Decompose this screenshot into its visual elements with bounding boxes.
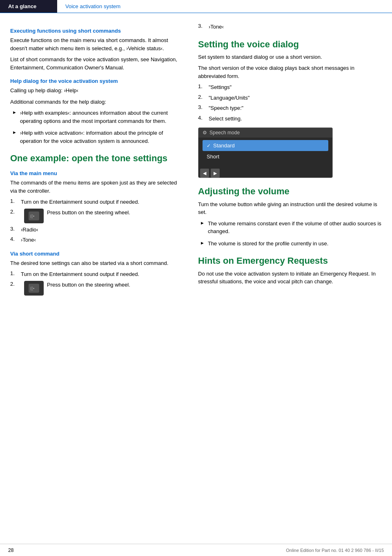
via-short-command-section: Via short command The desired tone setti…	[10, 251, 178, 296]
voice-dialog-step4: 4. Select setting.	[198, 115, 382, 123]
speech-mode-short-text: Short	[207, 153, 219, 160]
short-cmd-step1: 1. Turn on the Entertainment sound outpu…	[10, 270, 178, 278]
speech-mode-dialog: ⚙ Speech mode Standard Short ◀ ▶	[198, 127, 333, 178]
page-footer: 28 Online Edition for Part no. 01 40 2 9…	[0, 544, 392, 556]
main-menu-step1-text: Turn on the Entertainment sound output i…	[21, 198, 139, 206]
help-dialog-calling: Calling up help dialog: ›Help‹	[10, 87, 178, 95]
voice-dialog-step3-text: "Speech type:"	[209, 104, 243, 112]
section-setting-voice-dialog: Setting the voice dialog Set system to s…	[198, 39, 382, 178]
footer-copyright: Online Edition for Part no. 01 40 2 960 …	[286, 548, 384, 553]
help-dialog-title: Help dialog for the voice activation sys…	[10, 78, 178, 84]
right-step3: 3. ›Tone‹	[198, 23, 382, 31]
section-executing-functions: Executing functions using short commands…	[10, 28, 178, 71]
short-cmd-step2-text: Press button on the steering wheel.	[47, 281, 130, 289]
speech-mode-title-text: Speech mode	[209, 130, 240, 136]
voice-dialog-step1-text: "Settings"	[209, 83, 232, 91]
right-column: 3. ›Tone‹ Setting the voice dialog Set s…	[188, 21, 392, 298]
steering-wheel-button-icon-2: ((•	[24, 281, 44, 296]
via-short-command-title: Via short command	[10, 251, 178, 257]
speech-mode-title-bar: ⚙ Speech mode	[198, 128, 332, 138]
header-tab-left: At a glance	[0, 0, 57, 13]
header-right-label: Voice activation system	[65, 3, 120, 9]
main-menu-step2-num: 2.	[10, 209, 21, 215]
help-bullet-2: ► ›Help with voice activation‹: informat…	[10, 129, 178, 145]
example-tone-title: One example: open the tone settings	[10, 153, 178, 164]
page-number: 28	[8, 547, 13, 553]
main-menu-step3: 3. ›Radio‹	[10, 226, 178, 234]
steering-wheel-button-icon: ((•	[24, 209, 44, 223]
speech-mode-options: Standard Short	[198, 138, 332, 166]
main-menu-step2-content: ((• Press button on the steering wheel.	[24, 209, 130, 223]
main-menu-step2: 2. ((• Press button on the steering whee…	[10, 209, 178, 223]
short-cmd-step2-num: 2.	[10, 281, 21, 287]
speech-mode-nav: ◀ ▶	[198, 169, 332, 178]
voice-dialog-step1: 1. "Settings"	[198, 83, 382, 91]
svg-text:((•: ((•	[30, 286, 35, 291]
via-main-menu-body: The commands of the menu items are spoke…	[10, 179, 178, 195]
right-step3-text: ›Tone‹	[209, 23, 224, 31]
voice-dialog-step2: 2. "Language/Units"	[198, 94, 382, 102]
help-bullet-1: ► ›Help with examples‹: announces inform…	[10, 109, 178, 125]
executing-functions-body2: List of short commands for the voice act…	[10, 56, 178, 71]
voice-dialog-step2-num: 2.	[198, 94, 205, 102]
main-content: Executing functions using short commands…	[0, 13, 392, 306]
short-cmd-step1-num: 1.	[10, 270, 18, 278]
speech-mode-standard: Standard	[203, 140, 328, 151]
speech-mode-standard-text: Standard	[213, 142, 235, 149]
voice-dialog-step4-num: 4.	[198, 115, 205, 123]
voice-dialog-step4-text: Select setting.	[209, 115, 242, 123]
adjusting-volume-body: Turn the volume button while giving an i…	[198, 200, 382, 216]
bullet-arrow-1: ►	[12, 110, 17, 125]
voice-dialog-step3: 3. "Speech type:"	[198, 104, 382, 112]
main-menu-step3-text: ›Radio‹	[21, 226, 38, 234]
short-cmd-step2: 2. ((• Press button on the steering whee…	[10, 281, 178, 296]
main-menu-step3-num: 3.	[10, 226, 18, 234]
adjusting-volume-title: Adjusting the volume	[198, 186, 382, 197]
executing-functions-title: Executing functions using short commands	[10, 28, 178, 34]
header-left-label: At a glance	[8, 3, 36, 9]
voice-dialog-body2: The short version of the voice dialog pl…	[198, 64, 382, 80]
volume-bullet-arrow-1: ►	[200, 220, 205, 236]
main-menu-step1-num: 1.	[10, 198, 18, 206]
section-emergency-requests: Hints on Emergency Requests Do not use t…	[198, 256, 382, 285]
volume-bullet-2: ► The volume is stored for the profile c…	[198, 240, 382, 248]
short-cmd-step2-content: ((• Press button on the steering wheel.	[24, 281, 130, 296]
section-adjusting-volume: Adjusting the volume Turn the volume but…	[198, 186, 382, 247]
main-menu-step1: 1. Turn on the Entertainment sound outpu…	[10, 198, 178, 206]
main-menu-step4-text: ›Tone‹	[21, 236, 36, 244]
speech-mode-short: Short	[203, 151, 328, 162]
help-bullet-1-text: ›Help with examples‹: announces informat…	[20, 109, 178, 125]
volume-bullet-1-text: The volume remains constant even if the …	[208, 220, 382, 236]
emergency-requests-title: Hints on Emergency Requests	[198, 256, 382, 266]
executing-functions-body1: Execute functions on the main menu via s…	[10, 36, 178, 52]
voice-dialog-step1-num: 1.	[198, 83, 205, 91]
nav-arrow-right: ▶	[211, 169, 220, 178]
voice-dialog-step2-text: "Language/Units"	[209, 94, 249, 102]
via-main-menu-title: Via the main menu	[10, 170, 178, 176]
section-example-tone: One example: open the tone settings Via …	[10, 153, 178, 296]
via-short-command-body: The desired tone settings can also be st…	[10, 259, 178, 267]
help-dialog-additional: Additional commands for the help dialog:	[10, 98, 178, 106]
header-tab-right: Voice activation system	[57, 3, 129, 9]
bullet-arrow-2: ►	[12, 130, 17, 145]
section-help-dialog: Help dialog for the voice activation sys…	[10, 78, 178, 145]
main-menu-step4-num: 4.	[10, 236, 18, 244]
nav-arrow-left: ◀	[200, 169, 209, 178]
left-column: Executing functions using short commands…	[0, 21, 188, 298]
voice-dialog-step3-num: 3.	[198, 104, 205, 112]
svg-text:((•: ((•	[30, 214, 35, 218]
volume-bullet-2-text: The volume is stored for the profile cur…	[208, 240, 329, 248]
main-menu-step2-text: Press button on the steering wheel.	[47, 209, 130, 217]
page-header: At a glance Voice activation system	[0, 0, 392, 13]
speech-mode-icon: ⚙	[203, 130, 207, 136]
volume-bullet-arrow-2: ►	[200, 240, 205, 248]
volume-bullet-1: ► The volume remains constant even if th…	[198, 220, 382, 236]
emergency-requests-body: Do not use the voice activation system t…	[198, 270, 382, 286]
short-cmd-step1-text: Turn on the Entertainment sound output i…	[21, 270, 139, 278]
setting-voice-dialog-title: Setting the voice dialog	[198, 39, 382, 50]
main-menu-step4: 4. ›Tone‹	[10, 236, 178, 244]
right-step3-num: 3.	[198, 23, 205, 31]
voice-dialog-body1: Set system to standard dialog or use a s…	[198, 53, 382, 61]
help-bullet-2-text: ›Help with voice activation‹: informatio…	[20, 129, 178, 145]
